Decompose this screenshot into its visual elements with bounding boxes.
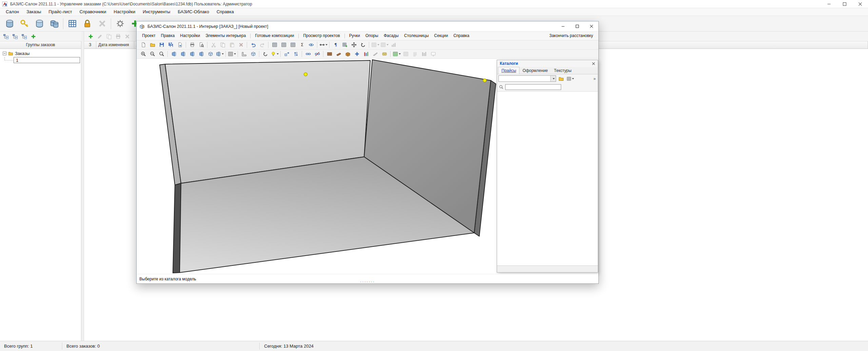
orders-database-icon[interactable] <box>2 17 17 31</box>
cut-icon[interactable] <box>209 41 218 49</box>
menu-pricelist[interactable]: Прайс-лист <box>45 8 76 16</box>
menu-supports[interactable]: Опоры <box>363 32 381 40</box>
orbit-rotate-icon[interactable] <box>261 50 270 58</box>
move-object-icon[interactable] <box>282 50 291 58</box>
key-icon[interactable] <box>17 17 32 31</box>
detach-icon[interactable] <box>313 50 321 58</box>
columns-setup-icon[interactable] <box>279 41 288 49</box>
view-eye-icon[interactable] <box>307 41 315 49</box>
delete-order-icon[interactable] <box>123 33 132 40</box>
menu-view-projects[interactable]: Просмотр проектов <box>300 32 342 40</box>
print-order-icon[interactable] <box>114 33 122 40</box>
save-all-icon[interactable] <box>166 41 175 49</box>
menu-orders[interactable]: Заказы <box>23 8 45 16</box>
minimize-button[interactable] <box>821 0 837 8</box>
delete-icon[interactable] <box>237 41 245 49</box>
add-order-icon[interactable] <box>86 33 95 40</box>
tools-settings-icon[interactable] <box>113 17 127 31</box>
menu-edit[interactable]: Правка <box>158 32 178 40</box>
view-axon-icon[interactable] <box>197 50 205 58</box>
attach-icon[interactable] <box>304 50 312 58</box>
cutter-icon[interactable] <box>371 50 379 58</box>
menu-ready-compositions[interactable]: Готовые композиции <box>252 32 297 40</box>
room-contour-icon[interactable] <box>249 50 257 58</box>
columns-gray-icon[interactable] <box>420 50 428 58</box>
open-catalog-icon[interactable] <box>557 75 565 82</box>
box-element-icon[interactable] <box>343 50 352 58</box>
resize-grip[interactable] <box>360 280 375 283</box>
dimensions-icon[interactable] <box>319 41 328 49</box>
grid-step-icon[interactable] <box>228 50 236 58</box>
board-icon[interactable] <box>334 50 343 58</box>
rotate-icon[interactable] <box>359 41 367 49</box>
add-group-icon[interactable] <box>29 33 38 40</box>
menu-settings[interactable]: Настройки <box>177 32 203 40</box>
walls-icon[interactable] <box>240 50 248 58</box>
menu-facades[interactable]: Фасады <box>381 32 401 40</box>
menu-countertops[interactable]: Столешницы <box>401 32 432 40</box>
close-button[interactable] <box>584 21 598 31</box>
close-button[interactable] <box>852 0 868 8</box>
tree-levels-icon[interactable] <box>20 33 28 40</box>
elevation-icon[interactable] <box>292 50 300 58</box>
databases-copy-icon[interactable] <box>47 17 61 31</box>
sponge-icon[interactable] <box>380 50 389 58</box>
catalog-select[interactable] <box>498 75 556 82</box>
maximize-button[interactable] <box>837 0 852 8</box>
order-table-icon[interactable] <box>270 41 279 49</box>
menu-salon[interactable]: Салон <box>2 8 23 16</box>
menu-directories[interactable]: Справочники <box>76 8 110 16</box>
spec-table-icon[interactable] <box>392 50 401 58</box>
list-icon[interactable] <box>411 50 419 58</box>
sum-icon[interactable]: Σ <box>298 41 306 49</box>
zoom-all-icon[interactable] <box>157 50 166 58</box>
copy-order-icon[interactable] <box>105 33 113 40</box>
tree-node-selected-group[interactable]: 1 <box>14 57 80 63</box>
view-top-icon[interactable] <box>188 50 196 58</box>
menu-interior-elements[interactable]: Элементы интерьера <box>203 32 249 40</box>
text-note-icon[interactable]: ¶ <box>331 41 340 49</box>
report-chart-icon[interactable] <box>389 41 398 49</box>
price-database-icon[interactable] <box>32 17 46 31</box>
price-table-icon[interactable] <box>65 17 79 31</box>
close-order-icon[interactable] <box>95 17 109 31</box>
open-project-icon[interactable] <box>148 41 157 49</box>
monitor-icon[interactable] <box>429 50 437 58</box>
expand-tree-icon[interactable] <box>2 33 10 40</box>
print-icon[interactable] <box>188 41 196 49</box>
view-mode-icon[interactable] <box>215 50 224 58</box>
new-project-icon[interactable] <box>139 41 147 49</box>
zoom-in-icon[interactable] <box>139 50 147 58</box>
paste-icon[interactable] <box>228 41 236 49</box>
tab-design[interactable]: Оформление <box>519 67 551 74</box>
light-icon[interactable] <box>270 50 279 58</box>
catalog-view-icon[interactable] <box>566 75 574 82</box>
material-brick-icon[interactable] <box>325 50 334 58</box>
menu-help[interactable]: Справка <box>213 8 238 16</box>
maximize-button[interactable] <box>570 21 584 31</box>
view-room-icon[interactable] <box>206 50 215 58</box>
overflow-chevron-icon[interactable]: » <box>593 76 596 81</box>
menu-cloud[interactable]: БАЗИС-Облако <box>174 8 213 16</box>
column-header-flag[interactable]: З <box>84 41 96 49</box>
menu-help[interactable]: Справка <box>451 32 472 40</box>
catalog-search-input[interactable] <box>505 84 561 90</box>
column-header-modified[interactable]: Дата изменения <box>96 41 134 49</box>
finish-arrangement-button[interactable]: Закончить расстановку <box>547 32 596 40</box>
add-construct-icon[interactable] <box>353 50 361 58</box>
tree-node-orders[interactable]: Заказы <box>0 50 81 57</box>
menu-tools[interactable]: Инструменты <box>139 8 174 16</box>
import-icon[interactable] <box>176 41 184 49</box>
collapse-node-icon[interactable] <box>3 52 6 55</box>
menu-settings[interactable]: Настройки <box>110 8 139 16</box>
panel-splitter[interactable] <box>81 32 84 341</box>
menu-project[interactable]: Проект <box>139 32 158 40</box>
materials-icon[interactable] <box>362 50 370 58</box>
redo-icon[interactable] <box>258 41 267 49</box>
chevron-down-icon[interactable] <box>550 76 556 81</box>
lock-icon[interactable] <box>80 17 94 31</box>
view-left-icon[interactable] <box>179 50 187 58</box>
close-icon[interactable] <box>591 61 596 66</box>
align-icon[interactable] <box>371 41 379 49</box>
minimize-button[interactable] <box>556 21 570 31</box>
